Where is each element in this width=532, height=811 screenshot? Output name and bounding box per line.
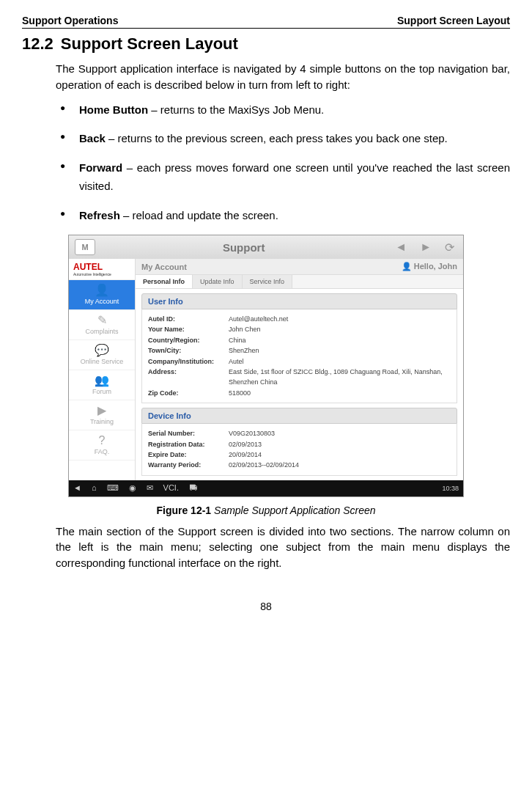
section-title: Support Screen Layout [61, 34, 238, 53]
nav-camera-icon[interactable]: ◉ [129, 483, 136, 493]
account-bar-title: My Account [141, 263, 187, 271]
chat-icon: 💬 [70, 345, 133, 356]
sidebar-item-my-account[interactable]: 👤 My Account [69, 280, 135, 310]
device-info-block: Device Info Serial Number:V09G20130803 R… [141, 408, 457, 476]
table-row: Warranty Period:02/09/2013--02/09/2014 [148, 460, 451, 470]
table-row: Company/Institution:Autel [148, 356, 451, 367]
list-item: Home Button – returns to the MaxiSys Job… [56, 100, 510, 120]
device-info-table: Serial Number:V09G20130803 Registration … [141, 424, 457, 476]
figure-caption: Figure 12-1 Sample Support Application S… [68, 504, 464, 516]
table-row: Country/Region:China [148, 335, 451, 345]
header-right: Support Screen Layout [397, 15, 510, 26]
device-info-header: Device Info [141, 408, 457, 424]
sidebar-item-complaints[interactable]: ✎ Complaints [69, 310, 135, 340]
table-row: Serial Number:V09G20130803 [148, 428, 451, 438]
intro-paragraph: The Support application interface is nav… [56, 61, 510, 93]
section-heading: 12.2Support Screen Layout [22, 34, 510, 54]
tabs: Personal Info Update Info Service Info [136, 275, 463, 289]
sidebar-item-forum[interactable]: 👥 Forum [69, 370, 135, 400]
back-icon[interactable]: ◄ [392, 241, 410, 254]
bullet-list: Home Button – returns to the MaxiSys Job… [56, 100, 510, 225]
figure: M Support ◄ ► ⟳ AUTEL Automotive Intelli… [68, 235, 464, 516]
account-bar: My Account 👤 Hello, John [136, 259, 463, 275]
nav-mail-icon[interactable]: ✉ [147, 483, 153, 493]
table-row: Address:East Side, 1st floor of SZICC Bl… [148, 367, 451, 388]
header-left: Support Operations [22, 15, 118, 26]
section-number: 12.2 [22, 34, 53, 54]
list-item: Back – returns to the previous screen, e… [56, 129, 510, 148]
page-number: 88 [22, 601, 510, 612]
screenshot-sidebar: AUTEL Automotive Intelligence 👤 My Accou… [69, 259, 136, 480]
sidebar-item-label: Online Service [81, 358, 124, 365]
sidebar-item-training[interactable]: ▶ Training [69, 400, 135, 430]
status-time: 10:38 [442, 485, 459, 492]
nav-home-icon[interactable]: ⌂ [92, 483, 97, 493]
tab-update-info[interactable]: Update Info [193, 275, 243, 288]
pencil-icon: ✎ [70, 315, 133, 326]
table-row: Registration Data:02/09/2013 [148, 439, 451, 449]
people-icon: 👥 [70, 375, 133, 386]
screenshot-topbar: M Support ◄ ► ⟳ [69, 235, 463, 259]
user-info-header: User Info [141, 293, 457, 309]
nav-vci-icon[interactable]: VCI. [163, 483, 179, 493]
list-item: Forward – each press moves forward one s… [56, 158, 510, 196]
tab-personal-info[interactable]: Personal Info [136, 275, 193, 288]
topbar-title: Support [103, 241, 385, 254]
outro-paragraph: The main section of the Support screen i… [56, 524, 510, 571]
sidebar-item-label: Complaints [85, 328, 118, 335]
home-button-icon[interactable]: M [75, 239, 95, 255]
person-icon: 👤 [70, 285, 133, 296]
sidebar-item-label: FAQ. [95, 448, 110, 455]
figure-text: Sample Support Application Screen [214, 504, 376, 516]
play-icon: ▶ [70, 405, 133, 416]
table-row: Town/City:ShenZhen [148, 345, 451, 356]
screenshot-main: My Account 👤 Hello, John Personal Info U… [136, 259, 463, 480]
sidebar-item-label: Forum [92, 388, 111, 395]
table-row: Expire Date:20/09/2014 [148, 449, 451, 460]
sidebar-item-online-service[interactable]: 💬 Online Service [69, 340, 135, 370]
table-row: Autel ID:Autel@auteltech.net [148, 314, 451, 324]
running-header: Support Operations Support Screen Layout [22, 15, 510, 29]
sidebar-item-label: My Account [85, 298, 119, 305]
user-info-table: Autel ID:Autel@auteltech.net Your Name:J… [141, 309, 457, 403]
sidebar-item-faq[interactable]: ? FAQ. [69, 430, 135, 460]
question-icon: ? [70, 435, 133, 447]
nav-recent-icon[interactable]: ⌨ [107, 483, 119, 493]
figure-label: Figure 12-1 [156, 504, 211, 516]
table-row: Your Name:John Chen [148, 324, 451, 334]
tab-service-info[interactable]: Service Info [243, 275, 293, 288]
sidebar-item-label: Training [90, 418, 114, 425]
nav-vehicle-icon[interactable]: ⛟ [189, 483, 197, 493]
nav-back-icon[interactable]: ◄ [73, 483, 81, 493]
table-row: Zip Code:518000 [148, 388, 451, 398]
logo-subtitle: Automotive Intelligence [69, 272, 135, 280]
user-info-block: User Info Autel ID:Autel@auteltech.net Y… [141, 293, 457, 403]
forward-icon[interactable]: ► [417, 241, 435, 254]
logo: AUTEL [69, 259, 135, 272]
account-user: 👤 Hello, John [402, 262, 457, 271]
refresh-icon[interactable]: ⟳ [442, 241, 457, 254]
screenshot: M Support ◄ ► ⟳ AUTEL Automotive Intelli… [68, 235, 464, 497]
screenshot-bottombar: ◄ ⌂ ⌨ ◉ ✉ VCI. ⛟ 10:38 [69, 480, 463, 496]
list-item: Refresh – reload and update the screen. [56, 206, 510, 225]
